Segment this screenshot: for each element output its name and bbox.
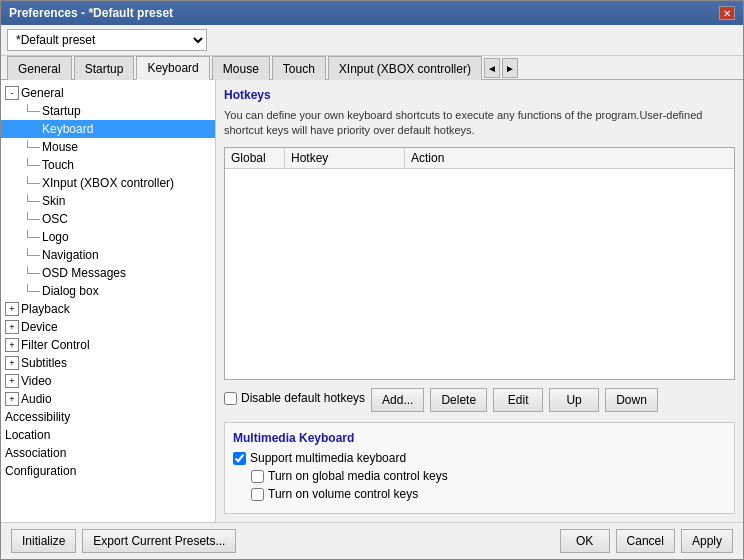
tab-general[interactable]: General xyxy=(7,56,72,80)
sidebar-item-startup[interactable]: └─ Startup xyxy=(1,102,215,120)
expand-icon-device[interactable]: + xyxy=(5,320,19,334)
table-header: Global Hotkey Action xyxy=(225,148,734,169)
sidebar-item-xinput[interactable]: └─ XInput (XBOX controller) xyxy=(1,174,215,192)
volume-control-label[interactable]: Turn on volume control keys xyxy=(233,487,726,501)
sidebar-label-location: Location xyxy=(5,428,50,442)
expand-icon-video[interactable]: + xyxy=(5,374,19,388)
sidebar-label-subtitles: Subtitles xyxy=(21,356,67,370)
cancel-button[interactable]: Cancel xyxy=(616,529,675,553)
tab-mouse[interactable]: Mouse xyxy=(212,56,270,80)
sidebar-label-video: Video xyxy=(21,374,51,388)
up-button[interactable]: Up xyxy=(549,388,599,412)
preset-bar: *Default preset xyxy=(1,25,743,56)
sidebar-item-configuration[interactable]: Configuration xyxy=(1,462,215,480)
sidebar-label-mouse: Mouse xyxy=(42,140,78,154)
sidebar-item-audio[interactable]: + Audio xyxy=(1,390,215,408)
tab-startup[interactable]: Startup xyxy=(74,56,135,80)
sidebar-label-osd: OSD Messages xyxy=(42,266,126,280)
bottom-left: Initialize Export Current Presets... xyxy=(11,529,236,553)
multimedia-title: Multimedia Keyboard xyxy=(233,431,726,445)
sidebar-item-general[interactable]: - General xyxy=(1,84,215,102)
title-bar: Preferences - *Default preset ✕ xyxy=(1,1,743,25)
sidebar-item-playback[interactable]: + Playback xyxy=(1,300,215,318)
multimedia-section: Multimedia Keyboard Support multimedia k… xyxy=(224,422,735,514)
sidebar-label-configuration: Configuration xyxy=(5,464,76,478)
col-hotkey: Hotkey xyxy=(285,148,405,168)
tab-touch[interactable]: Touch xyxy=(272,56,326,80)
sidebar-label-playback: Playback xyxy=(21,302,70,316)
sidebar-label-skin: Skin xyxy=(42,194,65,208)
expand-icon-filter[interactable]: + xyxy=(5,338,19,352)
delete-button[interactable]: Delete xyxy=(430,388,487,412)
sidebar-label-dialog: Dialog box xyxy=(42,284,99,298)
expand-icon-audio[interactable]: + xyxy=(5,392,19,406)
global-media-label[interactable]: Turn on global media control keys xyxy=(233,469,726,483)
sidebar-item-device[interactable]: + Device xyxy=(1,318,215,336)
tabs-row: General Startup Keyboard Mouse Touch XIn… xyxy=(1,56,743,80)
sidebar-item-filter[interactable]: + Filter Control xyxy=(1,336,215,354)
edit-button[interactable]: Edit xyxy=(493,388,543,412)
sidebar-item-accessibility[interactable]: Accessibility xyxy=(1,408,215,426)
sidebar-label-audio: Audio xyxy=(21,392,52,406)
sidebar-item-dialog[interactable]: └─ Dialog box xyxy=(1,282,215,300)
tab-keyboard[interactable]: Keyboard xyxy=(136,56,209,80)
table-body xyxy=(225,169,734,309)
volume-control-checkbox[interactable] xyxy=(251,488,264,501)
support-multimedia-text: Support multimedia keyboard xyxy=(250,451,406,465)
sidebar-label-accessibility: Accessibility xyxy=(5,410,70,424)
disable-hotkeys-text: Disable default hotkeys xyxy=(241,391,365,405)
tab-xinput[interactable]: XInput (XBOX controller) xyxy=(328,56,482,80)
export-button[interactable]: Export Current Presets... xyxy=(82,529,236,553)
global-media-text: Turn on global media control keys xyxy=(268,469,448,483)
sidebar-label-navigation: Navigation xyxy=(42,248,99,262)
sidebar-label-keyboard: Keyboard xyxy=(42,122,93,136)
tab-prev-button[interactable]: ◄ xyxy=(484,58,500,78)
close-button[interactable]: ✕ xyxy=(719,6,735,20)
sidebar-item-mouse[interactable]: └─ Mouse xyxy=(1,138,215,156)
ok-button[interactable]: OK xyxy=(560,529,610,553)
sidebar-label-association: Association xyxy=(5,446,66,460)
sidebar-label-startup: Startup xyxy=(42,104,81,118)
hotkeys-controls: Disable default hotkeys Add... Delete Ed… xyxy=(224,388,735,412)
sidebar-item-video[interactable]: + Video xyxy=(1,372,215,390)
bottom-right: OK Cancel Apply xyxy=(560,529,733,553)
sidebar-item-touch[interactable]: └─ Touch xyxy=(1,156,215,174)
sidebar-label-filter: Filter Control xyxy=(21,338,90,352)
hotkeys-title: Hotkeys xyxy=(224,88,735,102)
expand-icon-subtitles[interactable]: + xyxy=(5,356,19,370)
preferences-window: Preferences - *Default preset ✕ *Default… xyxy=(0,0,744,560)
disable-hotkeys-label[interactable]: Disable default hotkeys xyxy=(224,391,365,405)
add-button[interactable]: Add... xyxy=(371,388,424,412)
right-panel: Hotkeys You can define your own keyboard… xyxy=(216,80,743,522)
sidebar-item-navigation[interactable]: └─ Navigation xyxy=(1,246,215,264)
support-multimedia-checkbox[interactable] xyxy=(233,452,246,465)
sidebar-item-location[interactable]: Location xyxy=(1,426,215,444)
initialize-button[interactable]: Initialize xyxy=(11,529,76,553)
global-media-checkbox[interactable] xyxy=(251,470,264,483)
sidebar-item-keyboard[interactable]: └─ Keyboard xyxy=(1,120,215,138)
sidebar-item-skin[interactable]: └─ Skin xyxy=(1,192,215,210)
col-global: Global xyxy=(225,148,285,168)
support-multimedia-label[interactable]: Support multimedia keyboard xyxy=(233,451,726,465)
down-button[interactable]: Down xyxy=(605,388,658,412)
sidebar-item-logo[interactable]: └─ Logo xyxy=(1,228,215,246)
window-title: Preferences - *Default preset xyxy=(9,6,173,20)
apply-button[interactable]: Apply xyxy=(681,529,733,553)
sidebar-label-xinput: XInput (XBOX controller) xyxy=(42,176,174,190)
preset-select[interactable]: *Default preset xyxy=(7,29,207,51)
sidebar: - General └─ Startup └─ Keyboard └─ Mous… xyxy=(1,80,216,522)
tab-next-button[interactable]: ► xyxy=(502,58,518,78)
expand-icon-playback[interactable]: + xyxy=(5,302,19,316)
hotkeys-table: Global Hotkey Action xyxy=(224,147,735,380)
col-action: Action xyxy=(405,148,734,168)
sidebar-item-association[interactable]: Association xyxy=(1,444,215,462)
sidebar-item-osd[interactable]: └─ OSD Messages xyxy=(1,264,215,282)
disable-hotkeys-checkbox[interactable] xyxy=(224,392,237,405)
sidebar-item-osc[interactable]: └─ OSC xyxy=(1,210,215,228)
sidebar-label-logo: Logo xyxy=(42,230,69,244)
sidebar-label-osc: OSC xyxy=(42,212,68,226)
sidebar-label-general: General xyxy=(21,86,64,100)
expand-icon-general[interactable]: - xyxy=(5,86,19,100)
volume-control-text: Turn on volume control keys xyxy=(268,487,418,501)
sidebar-item-subtitles[interactable]: + Subtitles xyxy=(1,354,215,372)
